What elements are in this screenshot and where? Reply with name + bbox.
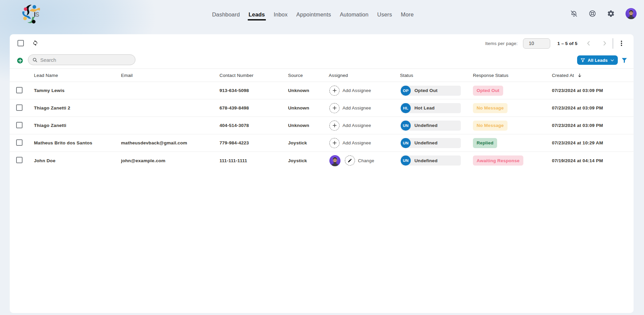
status-code-badge: UN: [401, 121, 411, 131]
created-at-label: Created At: [552, 73, 574, 78]
nav-item-leads[interactable]: Leads: [249, 11, 265, 18]
nav-item-inbox[interactable]: Inbox: [274, 11, 287, 18]
next-page-icon[interactable]: [601, 39, 609, 47]
items-per-page-input[interactable]: 10: [523, 38, 550, 49]
status-label: Opted Out: [414, 88, 438, 93]
notifications-off-icon[interactable]: [570, 10, 578, 17]
sort-descending-icon[interactable]: [577, 73, 582, 78]
leads-panel: Items per page: 10 1 – 5 of 5 All Leads: [10, 34, 634, 313]
nav-item-appointments[interactable]: Appointments: [296, 11, 331, 18]
all-leads-filter-button[interactable]: All Leads: [577, 55, 618, 65]
status-label: Undefined: [414, 123, 438, 128]
table-body: Tammy Lewis 913-634-5098 Unknown Add Ass…: [10, 82, 634, 169]
contact-number-cell: 678-439-8498: [219, 105, 288, 110]
status-pill[interactable]: OP Opted Out: [401, 86, 461, 96]
status-code-badge: OP: [401, 86, 411, 96]
email-cell: john@example.com: [121, 158, 219, 163]
table-row: Tammy Lewis 913-634-5098 Unknown Add Ass…: [10, 82, 634, 99]
app-logo[interactable]: I S: [21, 3, 44, 26]
header-response-status: Response Status: [473, 73, 552, 78]
add-assignee-label: Add Assignee: [343, 105, 371, 110]
filter-funnel-icon[interactable]: [621, 57, 628, 63]
header-assigned: Assigned: [329, 73, 400, 78]
lead-name-cell: Thiago Zanetti: [34, 123, 121, 128]
row-checkbox[interactable]: [16, 139, 23, 146]
add-assignee-label: Add Assignee: [343, 123, 371, 128]
status-label: Undefined: [414, 140, 438, 145]
status-pill[interactable]: HL Hot Lead: [401, 103, 461, 113]
funnel-outline-icon: [580, 58, 585, 62]
help-lifebuoy-icon[interactable]: [589, 10, 596, 17]
row-checkbox[interactable]: [16, 104, 23, 111]
search-input[interactable]: [40, 57, 131, 63]
source-cell: Unknown: [288, 105, 329, 110]
more-options-icon[interactable]: [617, 39, 626, 47]
contact-number-cell: 111-111-1111: [219, 158, 288, 163]
table-row: John Doe john@example.com 111-111-1111 J…: [10, 152, 634, 169]
change-assignee-label[interactable]: Change: [358, 158, 374, 163]
pagination-bar: Items per page: 10 1 – 5 of 5: [485, 38, 626, 49]
status-pill[interactable]: UN Undefined: [401, 138, 461, 148]
header-source: Source: [288, 73, 329, 78]
main-nav: DashboardLeadsInboxAppointmentsAutomatio…: [212, 0, 414, 29]
search-box: [28, 54, 135, 65]
assignee-avatar[interactable]: [329, 155, 340, 166]
source-cell: Unknown: [288, 88, 329, 93]
row-checkbox[interactable]: [16, 87, 23, 93]
email-cell: matheusdevback@gmail.com: [121, 140, 219, 145]
nav-item-dashboard[interactable]: Dashboard: [212, 11, 240, 18]
nav-item-more[interactable]: More: [401, 11, 413, 18]
row-checkbox[interactable]: [16, 157, 23, 163]
prev-page-icon[interactable]: [585, 39, 593, 47]
refresh-icon[interactable]: [32, 40, 39, 46]
plus-icon[interactable]: [329, 86, 339, 96]
plus-icon[interactable]: [329, 138, 339, 148]
response-status-chip: Replied: [473, 138, 497, 148]
add-assignee-label: Add Assignee: [343, 88, 371, 93]
add-assignee-button[interactable]: Add Assignee: [329, 121, 400, 131]
created-at-cell: 07/23/2024 at 03:09 PM: [552, 123, 634, 128]
status-code-badge: HL: [401, 103, 411, 113]
status-pill[interactable]: UN Undefined: [401, 121, 461, 131]
lead-name-cell: John Doe: [34, 158, 121, 163]
page-range-text: 1 – 5 of 5: [557, 41, 577, 46]
header-created-at[interactable]: Created At: [552, 73, 634, 78]
header-contact-number: Contact Number: [219, 73, 288, 78]
leads-table: Lead Name Email Contact Number Source As…: [10, 69, 634, 169]
status-code-badge: UN: [401, 138, 411, 148]
row-checkbox[interactable]: [16, 122, 23, 128]
add-lead-button[interactable]: [17, 58, 23, 63]
created-at-cell: 07/23/2024 at 03:09 PM: [552, 88, 634, 93]
source-cell: Joystick: [288, 140, 329, 145]
edit-assignee-icon[interactable]: [345, 155, 355, 166]
user-avatar[interactable]: [626, 8, 637, 19]
header-status: Status: [400, 73, 473, 78]
all-leads-label: All Leads: [588, 58, 608, 63]
settings-gear-icon[interactable]: [607, 10, 615, 17]
filter-area: All Leads: [577, 55, 628, 65]
plus-icon[interactable]: [329, 103, 339, 113]
topbar-actions: [570, 0, 637, 27]
status-label: Hot Lead: [414, 105, 435, 110]
status-pill[interactable]: UN Undefined: [401, 155, 461, 166]
topbar: I S DashboardLeadsInboxAppointmentsAutom…: [0, 0, 644, 34]
divider: [613, 38, 613, 49]
select-all-checkbox[interactable]: [17, 40, 24, 46]
nav-item-automation[interactable]: Automation: [340, 11, 368, 18]
status-label: Undefined: [414, 158, 438, 163]
contact-number-cell: 779-984-4223: [219, 140, 288, 145]
svg-text:S: S: [35, 10, 39, 18]
add-assignee-button[interactable]: Add Assignee: [329, 86, 400, 96]
table-row: Thiago Zanetti 2 678-439-8498 Unknown Ad…: [10, 99, 634, 117]
nav-item-users[interactable]: Users: [377, 11, 392, 18]
contact-number-cell: 913-634-5098: [219, 88, 288, 93]
assignee-info: Change: [329, 155, 400, 166]
header-email: Email: [121, 73, 219, 78]
plus-icon[interactable]: [329, 121, 339, 131]
table-row: Thiago Zanetti 404-514-3078 Unknown Add …: [10, 117, 634, 134]
response-status-chip: No Message: [473, 103, 508, 113]
response-status-chip: Opted Out: [473, 86, 503, 96]
response-status-chip: Awaiting Response: [473, 155, 523, 166]
add-assignee-button[interactable]: Add Assignee: [329, 103, 400, 113]
add-assignee-button[interactable]: Add Assignee: [329, 138, 400, 148]
